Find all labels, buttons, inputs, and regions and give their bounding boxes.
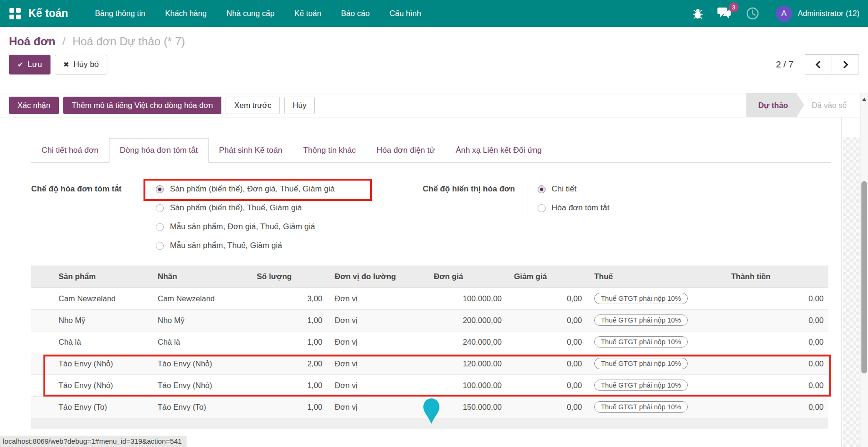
cell-subtotal[interactable]: 0,00	[725, 288, 828, 309]
tab-other-info[interactable]: Thông tin khác	[293, 139, 366, 162]
col-discount[interactable]: Giảm giá	[508, 265, 588, 288]
cell-unit-price[interactable]: 150.000,00	[428, 396, 508, 418]
cell-subtotal[interactable]: 0,00	[725, 309, 828, 331]
cell-discount[interactable]: 0,00	[508, 288, 588, 309]
radio-option-detail[interactable]: Chi tiết	[538, 180, 610, 199]
pager-prev-button[interactable]	[805, 54, 832, 74]
tab-summary-lines[interactable]: Dòng hóa đơn tóm tắt	[109, 138, 209, 163]
cell-subtotal[interactable]: 0,00	[725, 331, 828, 353]
cell-uom[interactable]: Đơn vị	[329, 288, 428, 309]
cell-subtotal[interactable]: 0,00	[725, 396, 828, 418]
tax-pill[interactable]: Thuế GTGT phải nộp 10%	[594, 358, 688, 369]
cell-product[interactable]: Cam Newzeland	[52, 288, 152, 309]
cell-product[interactable]: Nho Mỹ	[52, 309, 152, 331]
cell-tax[interactable]: Thuế GTGT phải nộp 10%	[588, 374, 725, 396]
tax-pill[interactable]: Thuế GTGT phải nộp 10%	[594, 293, 688, 304]
col-tax[interactable]: Thuế	[588, 265, 725, 288]
tax-pill[interactable]: Thuế GTGT phải nộp 10%	[594, 401, 688, 413]
cell-quantity[interactable]: 1,00	[251, 331, 329, 353]
cell-product[interactable]: Táo Envy (To)	[52, 396, 152, 418]
cell-product[interactable]: Chà là	[52, 331, 152, 353]
cell-tax[interactable]: Thuế GTGT phải nộp 10%	[588, 288, 725, 309]
tax-pill[interactable]: Thuế GTGT phải nộp 10%	[594, 315, 688, 326]
add-vietnamese-description-button[interactable]: Thêm mô tả tiếng Việt cho dòng hóa đơn	[63, 97, 221, 114]
cell-unit-price[interactable]: 120.000,00	[428, 353, 508, 374]
cell-uom[interactable]: Đơn vị	[329, 374, 428, 396]
cell-discount[interactable]: 0,00	[508, 396, 588, 418]
nav-item-accounting[interactable]: Kế toán	[285, 0, 331, 27]
cell-quantity[interactable]: 1,00	[251, 396, 329, 418]
status-step-posted[interactable]: Đã vào sổ	[804, 93, 860, 117]
nav-item-dashboard[interactable]: Bảng thông tin	[85, 0, 155, 27]
cell-quantity[interactable]: 3,00	[251, 288, 329, 309]
cell-unit-price[interactable]: 100.000,00	[428, 288, 508, 309]
cell-discount[interactable]: 0,00	[508, 374, 588, 396]
col-subtotal[interactable]: Thành tiền	[725, 265, 828, 288]
scrollbar-thumb[interactable]	[861, 181, 867, 373]
cell-tax[interactable]: Thuế GTGT phải nộp 10%	[588, 331, 725, 353]
cell-quantity[interactable]: 1,00	[251, 374, 329, 396]
radio-option-template-price-tax-discount[interactable]: Mẫu sản phẩm, Đơn giá, Thuế, Giảm giá	[156, 217, 335, 236]
tab-einvoice[interactable]: Hóa đơn điện tử	[366, 139, 446, 162]
cell-subtotal[interactable]: 0,00	[725, 353, 828, 374]
apps-grid-icon[interactable]	[9, 8, 21, 19]
radio-option-variant-tax-discount[interactable]: Sản phẩm (biến thể), Thuế, Giảm giá	[156, 199, 335, 217]
nav-item-configuration[interactable]: Cấu hình	[379, 0, 431, 27]
col-product[interactable]: Sản phẩm	[52, 265, 152, 288]
radio-option-variant-price-tax-discount[interactable]: Sản phẩm (biến thể), Đơn giá, Thuế, Giảm…	[156, 180, 335, 199]
activities-clock-icon[interactable]	[746, 7, 759, 20]
cell-label[interactable]: Táo Envy (Nhỏ)	[152, 374, 251, 396]
breadcrumb-root[interactable]: Hoá đơn	[9, 35, 55, 48]
col-quantity[interactable]: Số lượng	[251, 265, 329, 288]
user-menu[interactable]: A Administrator (12)	[776, 6, 860, 22]
scrollbar-up-arrow-icon[interactable]	[862, 98, 866, 101]
status-step-draft[interactable]: Dự thảo	[747, 93, 804, 117]
cell-label[interactable]: Táo Envy (Nhỏ)	[152, 353, 251, 374]
cell-label[interactable]: Chà là	[152, 331, 251, 353]
cell-discount[interactable]: 0,00	[508, 309, 588, 331]
cell-label[interactable]: Cam Newzeland	[152, 288, 251, 309]
cell-quantity[interactable]: 2,00	[251, 353, 329, 374]
cell-subtotal[interactable]: 0,00	[725, 374, 828, 396]
cancel-button[interactable]: Hủy	[284, 97, 315, 114]
pager-count[interactable]: 2 / 7	[776, 59, 793, 70]
cell-product[interactable]: Táo Envy (Nhỏ)	[52, 353, 152, 374]
col-unit-price[interactable]: Đơn giá	[428, 265, 508, 288]
nav-item-reports[interactable]: Báo cáo	[331, 0, 380, 27]
tab-invoice-details[interactable]: Chi tiết hoá đơn	[31, 139, 109, 162]
discard-button[interactable]: ✖ Hủy bỏ	[55, 55, 107, 74]
debug-bug-icon[interactable]	[692, 8, 703, 19]
tab-journal-items[interactable]: Phát sinh Kế toán	[209, 139, 293, 162]
col-uom[interactable]: Đơn vị đo lường	[329, 265, 428, 288]
tax-pill[interactable]: Thuế GTGT phải nộp 10%	[594, 380, 688, 391]
preview-button[interactable]: Xem trước	[226, 97, 280, 114]
tax-pill[interactable]: Thuế GTGT phải nộp 10%	[594, 336, 688, 348]
app-name[interactable]: Kế toán	[28, 7, 68, 20]
cell-uom[interactable]: Đơn vị	[329, 353, 428, 374]
cell-uom[interactable]: Đơn vị	[329, 309, 428, 331]
nav-item-customers[interactable]: Khách hàng	[155, 0, 217, 27]
cell-tax[interactable]: Thuế GTGT phải nộp 10%	[588, 396, 725, 418]
cell-unit-price[interactable]: 200.000,00	[428, 309, 508, 331]
cell-uom[interactable]: Đơn vị	[329, 396, 428, 418]
cell-quantity[interactable]: 1,00	[251, 309, 329, 331]
cell-unit-price[interactable]: 240.000,00	[428, 331, 508, 353]
confirm-button[interactable]: Xác nhận	[9, 97, 59, 114]
cell-tax[interactable]: Thuế GTGT phải nộp 10%	[588, 353, 725, 374]
cell-label[interactable]: Táo Envy (To)	[152, 396, 251, 418]
cell-tax[interactable]: Thuế GTGT phải nộp 10%	[588, 309, 725, 331]
nav-item-vendors[interactable]: Nhà cung cấp	[217, 0, 285, 27]
pager-next-button[interactable]	[832, 54, 859, 74]
radio-option-summary-invoice[interactable]: Hóa đơn tóm tắt	[538, 199, 610, 217]
radio-option-template-tax-discount[interactable]: Mẫu sản phẩm, Thuế, Giảm giá	[156, 236, 335, 255]
col-label[interactable]: Nhãn	[152, 265, 251, 288]
messages-icon[interactable]: 3	[717, 7, 732, 20]
vertical-scrollbar[interactable]	[860, 93, 868, 447]
cell-discount[interactable]: 0,00	[508, 353, 588, 374]
cell-label[interactable]: Nho Mỹ	[152, 309, 251, 331]
cell-uom[interactable]: Đơn vị	[329, 331, 428, 353]
cell-unit-price[interactable]: 100.000,00	[428, 374, 508, 396]
cell-product[interactable]: Táo Envy (Nhỏ)	[52, 374, 152, 396]
save-button[interactable]: ✔ Lưu	[9, 55, 51, 74]
cell-discount[interactable]: 0,00	[508, 331, 588, 353]
